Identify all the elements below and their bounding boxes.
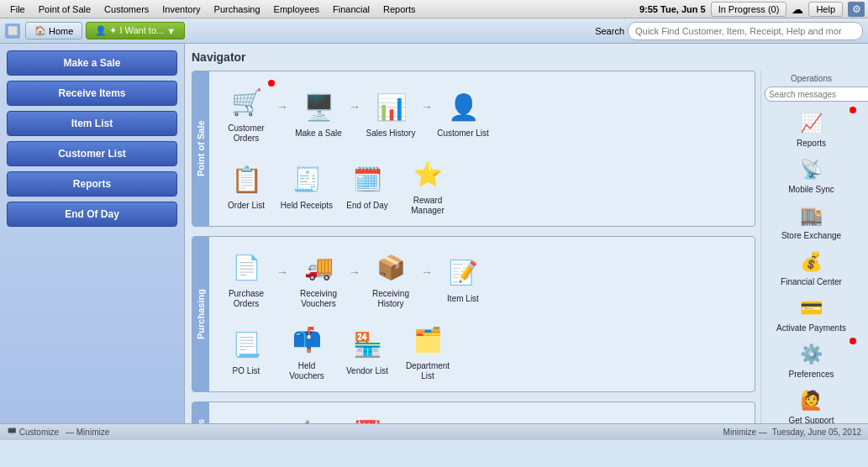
menu-employees[interactable]: Employees <box>267 3 326 16</box>
customer-list-nav-item[interactable]: 👤 Customer List <box>433 83 493 142</box>
ops-store-exchange-item[interactable]: 🏬 Store Exchange <box>765 197 858 244</box>
department-list-item[interactable]: 🗂️ Department List <box>397 316 458 385</box>
customize-label[interactable]: 🖥️ Customize <box>7 428 59 437</box>
navigator: Navigator Point of Sale 🛒 Customer Order… <box>185 44 868 423</box>
employees-row-1: 🕐 Clock In/Out ⏱️ Manage Time Clock 📅 Ti… <box>216 409 748 423</box>
po-list-item[interactable]: 📃 PO List <box>216 321 276 380</box>
status-right: Minimize — Tuesday, June 05, 2012 <box>723 428 861 437</box>
vendor-list-item[interactable]: 🏪 Vendor List <box>337 321 397 380</box>
search-area: Search <box>595 22 863 40</box>
customer-list-button[interactable]: Customer List <box>7 141 177 166</box>
menu-customers[interactable]: Customers <box>97 3 155 16</box>
menu-bar: File Point of Sale Customers Inventory P… <box>0 0 868 18</box>
make-sale-nav-label: Make a Sale <box>295 129 342 139</box>
receive-items-button[interactable]: Receive Items <box>7 81 177 106</box>
help-button[interactable]: Help <box>808 2 843 17</box>
ops-mobile-sync-item[interactable]: 📡 Mobile Sync <box>765 151 858 197</box>
reports-dot <box>850 107 856 113</box>
ops-get-support-item[interactable]: 🙋 Get Support <box>765 382 858 423</box>
customer-orders-label: Customer Orders <box>219 123 273 144</box>
held-vouchers-item[interactable]: 📫 Held Vouchers <box>276 316 337 385</box>
navigator-title: Navigator <box>192 50 861 64</box>
end-of-day-button[interactable]: End Of Day <box>7 202 177 227</box>
ops-activate-payments-item[interactable]: 💳 Activate Payments <box>765 290 858 336</box>
in-progress-button[interactable]: In Progress (0) <box>711 2 787 17</box>
ops-store-exchange-icon: 🏬 <box>795 201 829 231</box>
receiving-history-item[interactable]: 📦 Receiving History <box>360 244 421 312</box>
reward-manager-icon: ⭐ <box>408 154 448 194</box>
ops-preferences-icon: ⚙️ <box>795 339 829 370</box>
held-receipts-icon: 🧾 <box>287 159 327 199</box>
menu-reports[interactable]: Reports <box>376 3 423 16</box>
ops-store-exchange-label: Store Exchange <box>781 231 841 240</box>
time-clock-history-icon: 📅 <box>347 412 387 423</box>
purchase-orders-item[interactable]: 📄 Purchase Orders <box>216 244 276 312</box>
receiving-vouchers-label: Receiving Vouchers <box>292 289 345 309</box>
ops-reports-icon: 📈 <box>795 108 829 139</box>
menu-point-of-sale[interactable]: Point of Sale <box>32 3 97 16</box>
customer-list-nav-label: Customer List <box>437 129 489 139</box>
cloud-icon: ☁ <box>792 3 803 16</box>
ops-activate-payments-icon: 💳 <box>795 293 829 323</box>
purchase-orders-icon: 📄 <box>226 247 266 287</box>
clock-inout-icon: 🕐 <box>226 417 266 423</box>
arrow-4: → <box>276 265 288 279</box>
menu-purchasing[interactable]: Purchasing <box>208 3 267 16</box>
end-of-day-nav-label: End of Day <box>346 201 387 211</box>
arrow-2: → <box>349 100 360 113</box>
receiving-vouchers-icon: 🚚 <box>298 247 339 287</box>
pos-content: 🛒 Customer Orders → 🖥️ Make a Sale → <box>209 71 755 226</box>
settings-icon[interactable]: ⚙ <box>848 2 865 17</box>
purchasing-row-2: 📃 PO List 📫 Held Vouchers 🏪 Vendor List <box>216 316 748 385</box>
held-receipts-item[interactable]: 🧾 Held Receipts <box>276 155 337 214</box>
employee-list-item[interactable]: 👥 Employee List <box>397 414 458 423</box>
item-list-nav-item[interactable]: 📝 Item List <box>433 249 493 307</box>
pos-section: Point of Sale 🛒 Customer Orders → <box>192 71 755 227</box>
iwant-button[interactable]: 👤 ✦ I Want to... ▼ <box>86 22 185 39</box>
clock-inout-item[interactable]: 🕐 Clock In/Out <box>216 414 276 423</box>
employees-content: 🕐 Clock In/Out ⏱️ Manage Time Clock 📅 Ti… <box>209 402 755 423</box>
home-icon: 🏠 <box>34 25 46 36</box>
sales-history-item[interactable]: 📊 Sales History <box>360 83 421 142</box>
home-tab[interactable]: 🏠 Home <box>25 22 82 39</box>
sales-history-label: Sales History <box>366 129 416 139</box>
ops-reports-item[interactable]: 📈 Reports <box>765 105 858 151</box>
ops-preferences-item[interactable]: ⚙️ Preferences <box>765 336 858 382</box>
ops-reports-label: Reports <box>797 139 826 148</box>
make-sale-button[interactable]: Make a Sale <box>7 50 177 76</box>
reports-button[interactable]: Reports <box>7 171 177 197</box>
end-of-day-nav-item[interactable]: 🗓️ End of Day <box>337 155 397 214</box>
ops-mobile-sync-icon: 📡 <box>795 155 829 185</box>
time-clock-history-item[interactable]: 📅 Time Clock History <box>337 409 397 423</box>
ops-financial-center-icon: 💰 <box>795 247 829 277</box>
po-list-icon: 📃 <box>226 324 266 365</box>
minimize-left-label[interactable]: — Minimize <box>66 428 109 437</box>
msg-search-row: ⊞ ≡ <box>765 87 858 102</box>
message-search-input[interactable] <box>765 87 868 102</box>
operations-panel: Operations ⊞ ≡ 📈 Reports 📡 Mobile Sync <box>760 71 861 423</box>
reward-manager-item[interactable]: ⭐ Reward Manager <box>397 150 458 219</box>
arrow-5: → <box>349 265 360 279</box>
receiving-history-label: Receiving History <box>364 289 418 309</box>
search-input[interactable] <box>628 22 863 40</box>
tab-bar: ⬜ 🏠 Home 👤 ✦ I Want to... ▼ Search <box>0 18 868 44</box>
held-receipts-label: Held Receipts <box>281 201 333 211</box>
employees-label: Employees <box>192 402 209 423</box>
manage-time-clock-item[interactable]: ⏱️ Manage Time Clock <box>276 409 337 423</box>
search-label: Search <box>595 26 624 36</box>
ops-financial-center-item[interactable]: 💰 Financial Center <box>765 244 858 290</box>
arrow-6: → <box>421 265 433 279</box>
customer-orders-item[interactable]: 🛒 Customer Orders <box>216 78 276 147</box>
minimize-right-label[interactable]: Minimize — <box>723 428 767 437</box>
customer-orders-icon: 🛒 <box>226 81 266 122</box>
ops-get-support-label: Get Support <box>789 416 834 423</box>
end-of-day-nav-icon: 🗓️ <box>347 159 387 199</box>
make-sale-item[interactable]: 🖥️ Make a Sale <box>288 83 349 142</box>
receiving-vouchers-item[interactable]: 🚚 Receiving Vouchers <box>288 244 349 312</box>
menu-inventory[interactable]: Inventory <box>155 3 207 16</box>
menu-financial[interactable]: Financial <box>326 3 376 16</box>
customer-orders-dot <box>268 80 275 87</box>
order-list-item[interactable]: 📋 Order List <box>216 155 276 214</box>
item-list-button[interactable]: Item List <box>7 111 177 136</box>
menu-file[interactable]: File <box>3 3 32 16</box>
